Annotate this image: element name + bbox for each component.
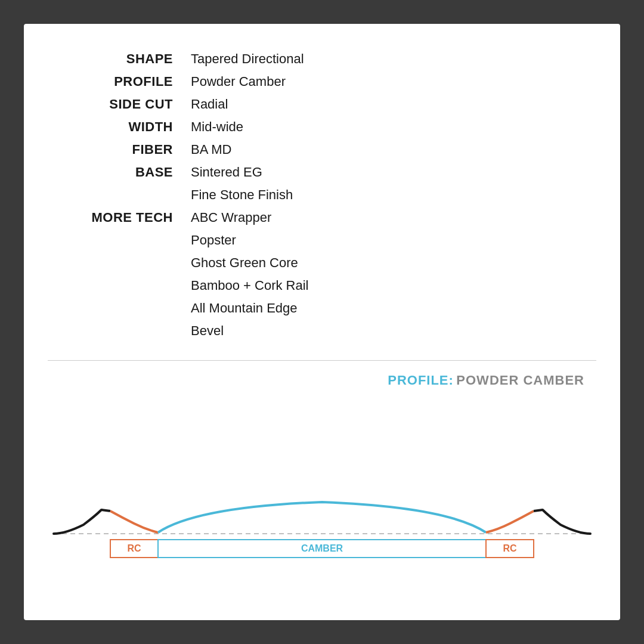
spec-row: FIBERBA MD — [60, 138, 584, 161]
spec-label — [60, 297, 191, 304]
spec-value: Tapered Directional — [191, 48, 304, 70]
spec-row: WIDTHMid-wide — [60, 116, 584, 138]
spec-label — [60, 252, 191, 259]
product-card: SHAPETapered DirectionalPROFILEPowder Ca… — [24, 24, 620, 620]
spec-label — [60, 274, 191, 281]
spec-label: FIBER — [60, 138, 191, 161]
profile-value: POWDER CAMBER — [456, 373, 584, 388]
svg-text:CAMBER: CAMBER — [301, 543, 343, 553]
svg-text:RC: RC — [127, 543, 141, 553]
spec-value: All Mountain Edge — [191, 297, 298, 320]
spec-label — [60, 320, 191, 327]
profile-title: PROFILE: POWDER CAMBER — [48, 373, 596, 388]
spec-label: SHAPE — [60, 48, 191, 70]
profile-diagram: RC CAMBER RC — [48, 477, 596, 584]
spec-label: PROFILE — [60, 70, 191, 93]
spec-row: Ghost Green Core — [60, 252, 584, 274]
spec-value: Sintered EG — [191, 161, 262, 184]
spec-value: BA MD — [191, 138, 231, 161]
spec-value: Bamboo + Cork Rail — [191, 274, 308, 297]
spec-value: ABC Wrapper — [191, 206, 271, 229]
spec-row: SIDE CUTRadial — [60, 93, 584, 116]
spec-row: Bamboo + Cork Rail — [60, 274, 584, 297]
spec-row: BASESintered EG — [60, 161, 584, 184]
spec-label: BASE — [60, 161, 191, 184]
spec-label: SIDE CUT — [60, 93, 191, 116]
spec-value: Popster — [191, 229, 236, 252]
profile-section: PROFILE: POWDER CAMBER — [24, 361, 620, 620]
spec-value: Bevel — [191, 320, 224, 342]
spec-value: Fine Stone Finish — [191, 184, 293, 206]
spec-row: Popster — [60, 229, 584, 252]
spec-label: MORE TECH — [60, 206, 191, 229]
profile-label: PROFILE: — [388, 373, 454, 388]
spec-label — [60, 184, 191, 191]
spec-value: Powder Camber — [191, 70, 286, 93]
spec-value: Mid-wide — [191, 116, 243, 138]
spec-label — [60, 229, 191, 236]
spec-row: Fine Stone Finish — [60, 184, 584, 206]
spec-row: Bevel — [60, 320, 584, 342]
spec-row: PROFILEPowder Camber — [60, 70, 584, 93]
spec-value: Radial — [191, 93, 228, 116]
spec-label: WIDTH — [60, 116, 191, 138]
spec-value: Ghost Green Core — [191, 252, 298, 274]
spec-row: MORE TECHABC Wrapper — [60, 206, 584, 229]
diagram-area: RC CAMBER RC — [48, 394, 596, 608]
spec-row: SHAPETapered Directional — [60, 48, 584, 70]
svg-text:RC: RC — [503, 543, 517, 553]
spec-row: All Mountain Edge — [60, 297, 584, 320]
specs-section: SHAPETapered DirectionalPROFILEPowder Ca… — [24, 24, 620, 354]
